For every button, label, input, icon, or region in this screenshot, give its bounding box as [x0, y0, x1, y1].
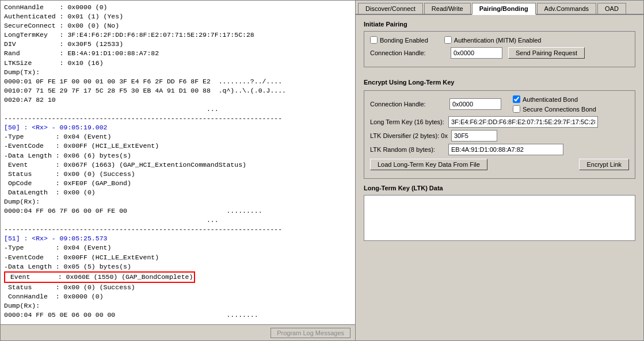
ltk-data-title: Long-Term Key (LTK) Data [364, 185, 635, 191]
ltk-rand-input[interactable] [448, 144, 563, 155]
log-line: [51] : <Rx> - 09:05:25.573 [4, 234, 352, 243]
log-line: 0020:A7 82 10 [4, 95, 352, 105]
log-line: Dump(Tx): [4, 68, 352, 77]
tab-discover[interactable]: Discover/Connect [358, 3, 423, 14]
pairing-conn-handle-label: Connection Handle: [370, 49, 445, 56]
ltk-div-label: LTK Diversifier (2 bytes): 0x [370, 132, 448, 139]
log-line: -EventCode : 0x00FF (HCI_LE_ExtEvent) [4, 253, 352, 262]
main-container: ConnHandle : 0x0000 (0)Authenticated : 0… [0, 0, 644, 341]
log-line: ConnHandle : 0x0000 (0) [4, 3, 352, 12]
log-line: ... [4, 105, 352, 114]
load-ltk-button[interactable]: Load Long-Term Key Data From File [370, 159, 487, 170]
log-line: ----------------------------------------… [4, 114, 352, 123]
send-pairing-request-button[interactable]: Send Pairing Request [508, 47, 585, 59]
log-line: Authenticated : 0x01 (1) (Yes) [4, 12, 352, 21]
ltk-data-textarea[interactable] [364, 195, 635, 241]
encrypt-checkboxes: Authenticated Bond Secure Connections Bo… [513, 95, 596, 113]
log-line: 0000:04 FF 05 0E 06 00 00 00 ........ [4, 311, 352, 320]
log-line: 0010:07 71 5E 29 7F 17 5C 28 F5 30 EB 4A… [4, 86, 352, 95]
secure-connections-checkbox[interactable] [513, 105, 520, 113]
log-line: OpCode : 0xFE0F (GAP_Bond) [4, 179, 352, 188]
log-line: -Data Length : 0x05 (5) bytes(s) [4, 262, 352, 271]
encrypt-link-button[interactable]: Encrypt Link [579, 159, 629, 170]
log-line: ... [4, 320, 352, 324]
log-line: -Type : 0x04 (Event) [4, 132, 352, 141]
tab-readwrite[interactable]: Read/Write [424, 3, 471, 14]
ltk-rand-row: LTK Random (8 bytes): [370, 144, 629, 155]
ltk-div-row: LTK Diversifier (2 bytes): 0x [370, 130, 629, 141]
tab-bar: Discover/ConnectRead/WritePairing/Bondin… [356, 1, 643, 15]
log-line: -Data Length : 0x06 (6) bytes(s) [4, 151, 352, 160]
log-line: LTKSize : 0x10 (16) [4, 59, 352, 68]
ltk-row: Long Term Key (16 bytes): [370, 116, 629, 128]
right-panel: Discover/ConnectRead/WritePairing/Bondin… [356, 0, 644, 341]
authenticated-bond-label[interactable]: Authenticated Bond [513, 95, 596, 103]
log-line: Dump(Rx): [4, 301, 352, 311]
log-line: Event : 0x060E (1550) (GAP_BondComplete) [4, 271, 352, 283]
bonding-enabled-label[interactable]: Bonding Enabled [370, 36, 428, 44]
log-line: 0000:04 FF 06 7F 06 00 0F FE 00 ........… [4, 206, 352, 216]
pairing-conn-handle-input[interactable] [451, 47, 502, 59]
bonding-enabled-checkbox[interactable] [370, 36, 378, 44]
encrypt-section: Connection Handle: Authenticated Bond Se… [364, 90, 635, 179]
secure-connections-label[interactable]: Secure Connections Bond [513, 105, 596, 113]
initiate-pairing-title: Initiate Pairing [364, 21, 635, 28]
ltk-field-label: Long Term Key (16 bytes): [370, 118, 445, 125]
tab-oad[interactable]: OAD [597, 3, 626, 14]
log-line: ... [4, 216, 352, 225]
auth-mitm-label[interactable]: Authentication (MITM) Enabled [444, 36, 542, 44]
log-line: Event : 0x067F (1663) (GAP_HCI_Extention… [4, 160, 352, 170]
log-line: SecureConnect : 0x00 (0) (No) [4, 21, 352, 30]
right-content: Initiate Pairing Bonding Enabled Authent… [356, 15, 643, 247]
ltk-div-input[interactable] [451, 130, 497, 141]
tab-adv[interactable]: Adv.Commands [537, 3, 596, 14]
ltk-rand-label: LTK Random (8 bytes): [370, 146, 445, 153]
encrypt-conn-handle-label: Connection Handle: [370, 101, 445, 108]
log-line: 0000:01 0F FE 1F 00 00 01 00 3F E4 F6 2F… [4, 77, 352, 86]
log-line: [50] : <Rx> - 09:05:19.002 [4, 123, 352, 132]
encrypt-conn-handle-input[interactable] [449, 98, 501, 110]
pairing-conn-handle-row: Connection Handle: Send Pairing Request [370, 47, 629, 59]
log-line: DataLength : 0x00 (0) [4, 188, 352, 197]
log-line: DIV : 0x30F5 (12533) [4, 40, 352, 49]
log-bottom-bar: Program Log Messages [1, 324, 355, 340]
tab-pairing[interactable]: Pairing/Bonding [472, 3, 536, 15]
ltk-input[interactable] [448, 116, 598, 128]
log-line: ----------------------------------------… [4, 225, 352, 234]
log-line: Dump(Rx): [4, 197, 352, 206]
pairing-checkboxes-row: Bonding Enabled Authentication (MITM) En… [370, 36, 629, 44]
encrypt-section-title: Encrypt Using Long-Term Key [364, 79, 635, 86]
log-area[interactable]: ConnHandle : 0x0000 (0)Authenticated : 0… [1, 1, 355, 324]
encrypt-buttons-row: Load Long-Term Key Data From File Encryp… [370, 159, 629, 170]
log-line: -EventCode : 0x00FF (HCI_LE_ExtEvent) [4, 141, 352, 151]
log-line: Status : 0x00 (0) (Success) [4, 283, 352, 292]
log-line: Rand : EB:4A:91:D1:00:88:A7:82 [4, 49, 352, 58]
program-log-button[interactable]: Program Log Messages [270, 328, 350, 338]
authenticated-bond-checkbox[interactable] [513, 95, 520, 103]
log-line: Status : 0x00 (0) (Success) [4, 170, 352, 179]
log-line: -Type : 0x04 (Event) [4, 243, 352, 252]
encrypt-conn-row: Connection Handle: Authenticated Bond Se… [370, 95, 629, 113]
log-line: LongTermKey : 3F:E4:F6:2F:DD:F6:8F:E2:07… [4, 30, 352, 40]
initiate-pairing-section: Bonding Enabled Authentication (MITM) En… [364, 31, 635, 67]
left-panel: ConnHandle : 0x0000 (0)Authenticated : 0… [0, 0, 356, 341]
log-line: ConnHandle : 0x0000 (0) [4, 292, 352, 301]
auth-mitm-checkbox[interactable] [444, 36, 452, 44]
